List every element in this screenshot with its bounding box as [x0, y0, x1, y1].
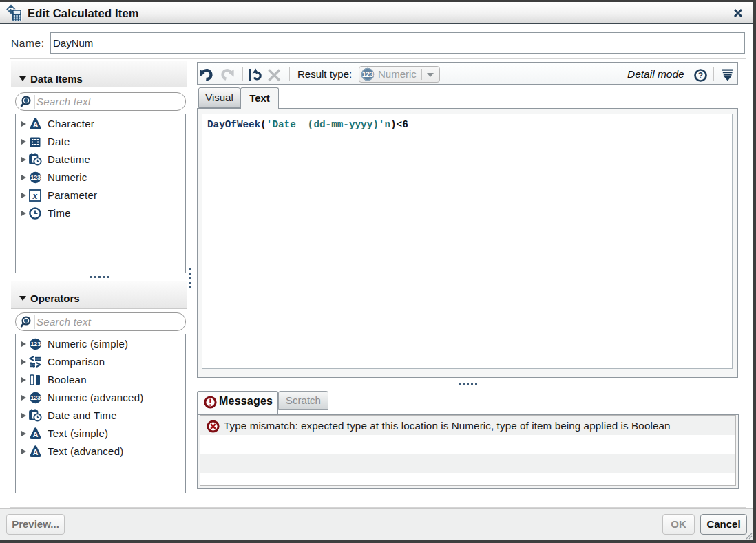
- svg-text:123: 123: [30, 174, 41, 181]
- svg-text:A: A: [33, 120, 39, 129]
- svg-text:?: ?: [698, 71, 703, 81]
- svg-text:123: 123: [30, 341, 41, 348]
- svg-text:123: 123: [362, 71, 374, 78]
- svg-text:123: 123: [30, 394, 41, 401]
- svg-text:A: A: [33, 430, 39, 438]
- svg-text:x: x: [32, 191, 38, 201]
- svg-text:A: A: [33, 448, 39, 456]
